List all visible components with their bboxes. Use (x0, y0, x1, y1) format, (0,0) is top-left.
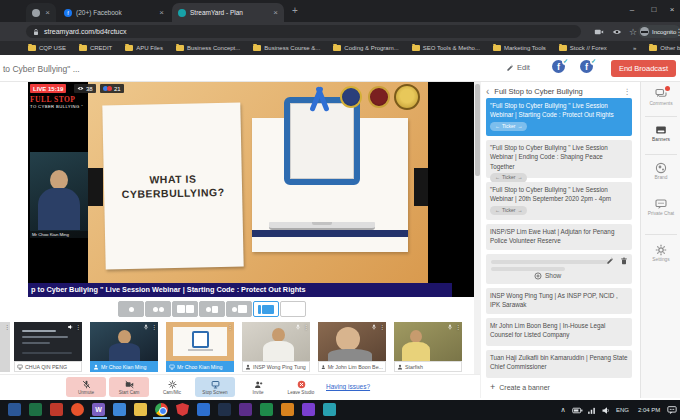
tile-menu-icon[interactable]: ⋮ (4, 323, 10, 330)
mic-icon[interactable] (143, 324, 149, 330)
tile-menu-icon[interactable]: ⋮ (151, 323, 157, 330)
layout-group-button[interactable] (199, 301, 225, 317)
taskbar-chrome-icon[interactable] (155, 403, 168, 416)
network-icon[interactable] (584, 406, 598, 415)
language-indicator[interactable]: ENG (612, 407, 633, 413)
delete-banner-button[interactable] (620, 257, 628, 265)
facebook-destination-badge[interactable]: f ✓ (552, 60, 567, 75)
create-banner-button[interactable]: + Create a banner (490, 382, 550, 392)
url-field[interactable]: streamyard.com/bd4rctucx (26, 25, 581, 38)
taskbar-file-explorer-icon[interactable] (113, 403, 126, 416)
window-minimize-button[interactable]: – (624, 0, 640, 18)
invite-button[interactable]: Invite (238, 377, 278, 397)
mic-icon[interactable] (295, 324, 301, 330)
taskbar-app-blue-icon[interactable] (197, 403, 210, 416)
tile-menu-icon[interactable]: ⋮ (75, 323, 81, 330)
clock[interactable]: 2:04 PM (633, 407, 665, 413)
banner-item[interactable]: "Full Stop to Cyber Bullying " Live Sess… (486, 182, 632, 220)
taskbar-app-navy-icon[interactable] (8, 403, 21, 416)
leave-studio-button[interactable]: Leave Studio (281, 377, 321, 397)
taskbar-defender-shield-icon[interactable] (176, 403, 189, 416)
banner-item[interactable]: Tuan Haji Zulkafli bin Kamaruddin | Pena… (486, 350, 632, 378)
rail-tab-private-chat[interactable]: Private Chat (641, 198, 680, 216)
tab-close-icon[interactable]: × (159, 9, 164, 17)
browser-menu-icon[interactable]: ⋮ (672, 25, 680, 39)
bookmark-folder[interactable]: Business Concept... (176, 45, 240, 51)
stop-screen-share-button[interactable]: Stop Screen (195, 377, 235, 397)
tab-streamyard[interactable]: StreamYard - Plan × (172, 3, 284, 22)
banner-item[interactable]: "Full Stop to Cyber Bullying " Live Sess… (486, 140, 632, 178)
show-banner-button[interactable]: Show (534, 271, 561, 281)
edit-banner-button[interactable] (606, 257, 614, 265)
battery-icon[interactable] (570, 405, 584, 416)
taskbar-opera-icon[interactable] (71, 403, 84, 416)
banner-item[interactable]: Mr John Lim Boon Beng | In-House Legal C… (486, 318, 632, 346)
tile-menu-icon[interactable]: ⋮ (227, 323, 233, 330)
bookmark-folder[interactable]: Stock // Forex (559, 45, 607, 51)
volume-icon[interactable] (598, 406, 612, 415)
panel-menu-icon[interactable]: ⋮ (624, 87, 632, 96)
edit-title-button[interactable]: Edit (506, 63, 530, 72)
back-arrow-icon[interactable]: ‹ (486, 86, 489, 97)
window-close-button[interactable]: × (664, 0, 680, 18)
rail-tab-brand[interactable]: Brand (641, 162, 680, 180)
participant-screen-share[interactable] (166, 322, 234, 361)
tile-menu-icon[interactable]: ⋮ (303, 323, 309, 330)
layout-screen-only-button[interactable] (280, 301, 306, 317)
rail-tab-settings[interactable]: Settings (641, 244, 680, 262)
layout-screen-dominant-button[interactable] (253, 301, 279, 317)
notification-center-icon[interactable] (665, 405, 679, 415)
participant-tile[interactable]: ⋮ Mr Choo Kian Ming (166, 322, 234, 372)
window-maximize-button[interactable]: □ (646, 0, 662, 18)
layout-solo-button[interactable] (118, 301, 144, 317)
rail-tab-comments[interactable]: Comments (641, 88, 680, 106)
participant-tile[interactable]: ⋮ INSP Wong Ping Tung (242, 322, 310, 372)
taskbar-word-icon[interactable]: W (92, 403, 105, 416)
taskbar-app-dark-icon[interactable] (218, 403, 231, 416)
other-bookmarks[interactable]: Other bookmarks (649, 45, 680, 51)
banner-item[interactable]: INSP Wong Ping Tung | As INSP POP, NCID … (486, 288, 632, 314)
bookmarks-overflow-chevron[interactable]: » (633, 45, 636, 51)
bookmark-folder[interactable]: SEO Tools & Metho... (412, 45, 480, 51)
banner-item-hovered[interactable]: Show (486, 254, 632, 284)
eye-icon[interactable] (610, 25, 624, 39)
participant-tile-partial[interactable]: ⋮ (0, 322, 10, 372)
participant-tile[interactable]: ⋮ Mr John Lim Boon Be... (318, 322, 386, 372)
tray-chevron-up-icon[interactable]: ∧ (556, 406, 570, 414)
participant-tile[interactable]: ⋮ Starfish (394, 322, 462, 372)
taskbar-app-red-icon[interactable] (50, 403, 63, 416)
end-broadcast-button[interactable]: End Broadcast (611, 60, 676, 77)
camera-permission-icon[interactable] (592, 25, 606, 39)
mic-icon[interactable] (447, 324, 453, 330)
layout-two-boxed-button[interactable] (172, 301, 198, 317)
tile-menu-icon[interactable]: ⋮ (379, 323, 385, 330)
taskbar-folder-icon[interactable] (134, 403, 147, 416)
banner-item[interactable]: INSP/SP Lim Ewe Huat | Adjutan for Penan… (486, 224, 632, 250)
tab-close-icon[interactable]: × (45, 9, 50, 17)
speaker-icon[interactable] (67, 324, 73, 330)
bookmark-folder[interactable]: Marketing Tools (493, 45, 546, 51)
taskbar-app-teal-icon[interactable] (323, 403, 336, 416)
banner-item[interactable]: "Full Stop to Cyber Bullying " Live Sess… (486, 98, 632, 136)
start-cam-button[interactable]: Start Cam (109, 377, 149, 397)
bookmark-folder[interactable]: Coding & Program... (333, 45, 398, 51)
taskbar-app-green2-icon[interactable] (260, 403, 273, 416)
unmute-button[interactable]: Unmute (66, 377, 106, 397)
layout-person-screen-button[interactable] (226, 301, 252, 317)
tab-close-icon[interactable]: × (273, 9, 278, 17)
taskbar-app-orange-icon[interactable] (281, 403, 294, 416)
new-tab-button[interactable]: + (292, 5, 298, 16)
rail-tab-banners[interactable]: Banners (641, 124, 680, 142)
tab-facebook[interactable]: f (20+) Facebook × (58, 3, 170, 22)
content-scrollbar[interactable] (474, 82, 481, 398)
mic-icon[interactable] (371, 324, 377, 330)
cam-mic-settings-button[interactable]: Cam/Mic (152, 377, 192, 397)
bookmark-folder[interactable]: CREDIT (79, 45, 112, 51)
bookmark-folder[interactable]: Business Course &... (253, 45, 320, 51)
bookmark-folder[interactable]: APU Files (125, 45, 163, 51)
taskbar-app-green-icon[interactable] (29, 403, 42, 416)
taskbar-app-violet-icon[interactable] (302, 403, 315, 416)
having-issues-link[interactable]: Having issues? (326, 383, 370, 390)
participant-tile[interactable]: ⋮ CHUA QIN PENG (14, 322, 82, 372)
tab-stub[interactable]: × (26, 3, 56, 22)
